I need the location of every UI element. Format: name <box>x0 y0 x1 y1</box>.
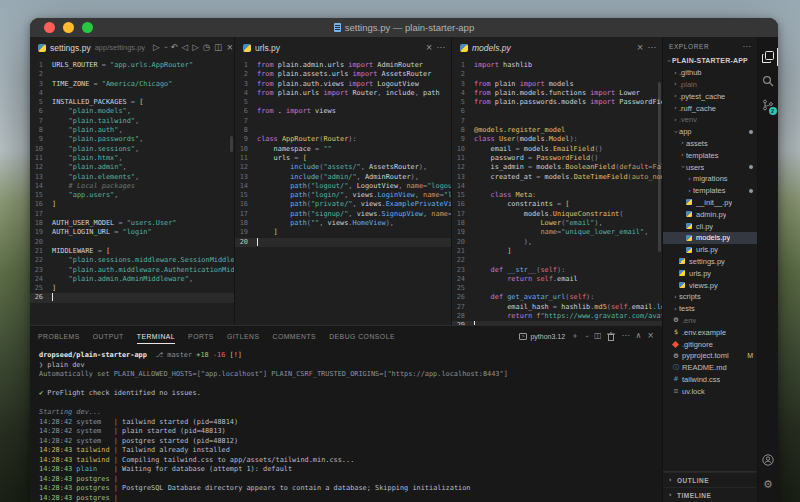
more-icon[interactable]: ⋯ <box>621 332 629 340</box>
code-line[interactable]: 12 "plain.admin", <box>30 163 234 172</box>
code-line[interactable]: 26 def get_avatar_url(self): <box>452 293 662 302</box>
code-line[interactable]: 15 class Meta: <box>452 191 662 200</box>
close-panel-icon[interactable]: × <box>647 332 654 340</box>
run-dropdown-icon[interactable]: › <box>162 46 169 49</box>
code-line[interactable]: 6from . import views <box>235 107 451 116</box>
code-area-urls[interactable]: 1from plain.admin.urls import AdminRoute… <box>235 58 451 325</box>
code-line[interactable]: 4 <box>30 89 234 98</box>
panel-tab-output[interactable]: OUTPUT <box>93 329 124 343</box>
settings-gear-icon[interactable]: ⚙ <box>758 472 779 496</box>
tree-folder-templates[interactable]: ›templates <box>663 185 757 197</box>
tree-folder-app[interactable]: ›app <box>663 126 757 138</box>
panel-tab-gitlens[interactable]: GITLENS <box>227 329 260 343</box>
tree-file--env-example[interactable]: $.env.example <box>663 326 757 338</box>
tree-file-views-py[interactable]: views.py <box>663 279 757 291</box>
tree-file-pyproject-toml[interactable]: ⚙pyproject.tomlM <box>663 350 757 362</box>
code-line[interactable]: 7 <box>452 117 662 126</box>
search-icon[interactable] <box>758 69 779 93</box>
code-line[interactable]: 13 include("admin/", AdminRouter), <box>235 173 451 182</box>
tree-file-tailwind-css[interactable]: #tailwind.css <box>663 374 757 386</box>
tree-file-readme-md[interactable]: ⓘREADME.md <box>663 362 757 374</box>
code-line[interactable]: 15 path("login/", views.LoginView, name=… <box>235 191 451 200</box>
maximize-panel-icon[interactable]: ∧ <box>635 332 641 340</box>
code-line[interactable]: 23 def __str__(self): <box>452 266 662 275</box>
code-line[interactable]: 25 <box>452 284 662 293</box>
tree-folder-users[interactable]: ›users <box>663 161 757 173</box>
tree-file-admin-py[interactable]: admin.py <box>663 208 757 220</box>
code-line[interactable]: 23 "plain.auth.middleware.Authentication… <box>30 266 234 275</box>
code-line[interactable]: 6 "plain.models", <box>30 107 234 116</box>
code-line[interactable]: 24 return self.email <box>452 275 662 284</box>
code-line[interactable]: 7 <box>235 117 451 126</box>
run-button[interactable]: ▷ <box>153 43 160 52</box>
code-line[interactable]: 9 "plain.passwords", <box>30 135 234 144</box>
code-line[interactable]: 12 is_admin = models.BooleanField(defaul… <box>452 163 662 172</box>
prev-change-icon[interactable]: ◁ <box>182 43 189 52</box>
code-line[interactable]: 5 <box>235 98 451 107</box>
code-line[interactable]: 6 <box>452 107 662 116</box>
code-line[interactable]: 16] <box>30 200 234 209</box>
timeline-section[interactable]: ›TIMELINE <box>663 487 757 502</box>
close-window-button[interactable] <box>44 22 55 33</box>
tab-models[interactable]: models.py×⋯ <box>452 37 662 58</box>
tree-root[interactable]: ›PLAIN-STARTER-APP <box>663 55 757 67</box>
code-line[interactable]: 3from plain import models <box>452 80 662 89</box>
outline-section[interactable]: ›OUTLINE <box>663 472 757 487</box>
code-line[interactable]: 1from plain.admin.urls import AdminRoute… <box>235 61 451 70</box>
code-line[interactable]: 10 email = models.EmailField() <box>452 145 662 154</box>
code-line[interactable]: 3TIME_ZONE = "America/Chicago" <box>30 80 234 89</box>
tree-file-cli-py[interactable]: cli.py <box>663 220 757 232</box>
account-icon[interactable] <box>758 448 779 472</box>
panel-tab-comments[interactable]: COMMENTS <box>273 329 317 343</box>
tree-folder-scripts[interactable]: ›scripts <box>663 291 757 303</box>
terminal-output[interactable]: dropseed/plain-starter-app ⎇ master +18 … <box>30 346 662 502</box>
tree-file--init-py[interactable]: __init__.py <box>663 197 757 209</box>
code-line[interactable]: 22 <box>452 256 662 265</box>
more-actions-icon[interactable]: ⋯ <box>437 43 446 52</box>
tree-folder--ruff-cache[interactable]: ›.ruff_cache <box>663 102 757 114</box>
tree-folder--github[interactable]: ›.github <box>663 67 757 79</box>
split-editor-icon[interactable]: ◫ <box>214 43 222 52</box>
code-line[interactable]: 14 <box>452 182 662 191</box>
tree-folder-assets[interactable]: ›assets <box>663 138 757 150</box>
minimize-window-button[interactable] <box>63 22 74 33</box>
code-line[interactable]: 1URLS_ROUTER = "app.urls.AppRouter" <box>30 61 234 70</box>
more-actions-icon[interactable]: ⋯ <box>648 43 657 52</box>
code-line[interactable]: 2 <box>452 70 662 79</box>
code-line[interactable]: 2 <box>30 70 234 79</box>
code-line[interactable]: 10 "plain.sessions", <box>30 145 234 154</box>
code-line[interactable]: 11 password = PasswordField() <box>452 154 662 163</box>
tree-file-uv-lock[interactable]: ≡uv.lock <box>663 385 757 397</box>
explorer-more-icon[interactable]: ⋯ <box>742 42 751 51</box>
next-change-icon[interactable]: ▷ <box>192 43 199 52</box>
code-line[interactable]: 17 path("signup/", views.SignupView, nam… <box>235 210 451 219</box>
code-line[interactable]: 26 <box>30 293 234 302</box>
code-line[interactable]: 25] <box>30 284 234 293</box>
code-line[interactable]: 9class User(models.Model): <box>452 135 662 144</box>
tab-settings[interactable]: settings.pyapp/settings.py▷›↶◁▷◷◫×⋯ <box>30 37 234 58</box>
code-line[interactable]: 14 path("logout/", LogoutView, name="log… <box>235 182 451 191</box>
scrollbar-thumb[interactable] <box>658 82 661 252</box>
tree-file--gitignore[interactable]: .gitignore <box>663 338 757 350</box>
code-line[interactable]: 16 path("private/", views.ExamplePrivate… <box>235 200 451 209</box>
close-icon[interactable]: × <box>636 43 643 52</box>
zoom-window-button[interactable] <box>82 22 93 33</box>
tree-file-models-py[interactable]: models.py <box>663 232 757 244</box>
code-line[interactable]: 18 path("", views.HomeView), <box>235 219 451 228</box>
code-line[interactable]: 18 Lower("email"), <box>452 219 662 228</box>
tree-folder-tests[interactable]: ›tests <box>663 303 757 315</box>
tree-file-urls-py[interactable]: urls.py <box>663 267 757 279</box>
close-icon[interactable]: × <box>425 43 432 52</box>
code-line[interactable]: 19 ] <box>235 228 451 237</box>
kill-terminal-icon[interactable] <box>607 327 615 345</box>
code-line[interactable]: 28 return f"https://www.gravatar.com/ava… <box>452 312 662 321</box>
code-line[interactable]: 1import hashlib <box>452 61 662 70</box>
code-line[interactable]: 13 "plain.elements", <box>30 173 234 182</box>
code-line[interactable]: 22 "plain.sessions.middleware.SessionMid… <box>30 256 234 265</box>
code-line[interactable]: 19AUTH_LOGIN_URL = "login" <box>30 228 234 237</box>
code-line[interactable]: 8 "plain.auth", <box>30 126 234 135</box>
panel-tab-terminal[interactable]: TERMINAL <box>137 329 175 344</box>
code-line[interactable]: 17 <box>30 210 234 219</box>
code-line[interactable]: 29 <box>452 321 662 325</box>
code-line[interactable]: 21MIDDLEWARE = [ <box>30 247 234 256</box>
